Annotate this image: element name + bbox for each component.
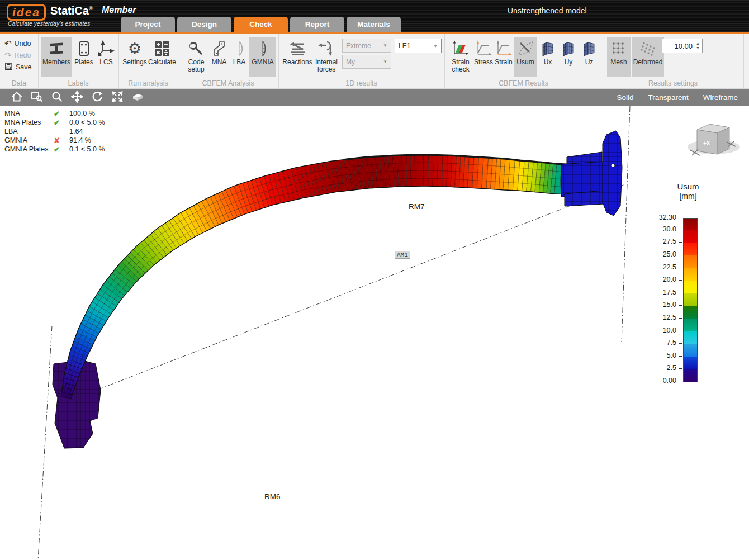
summary-value: 0.1 < 5.0 % bbox=[69, 145, 105, 153]
ibeam-icon bbox=[48, 39, 65, 59]
plates-button[interactable]: Plates bbox=[73, 37, 95, 77]
legend-tick-mark bbox=[679, 242, 682, 243]
lcs-button[interactable]: LCS bbox=[96, 37, 116, 77]
deformed-scale-input[interactable] bbox=[662, 41, 694, 51]
ribbon-group-cbfem-results: Strain check Stress Strain Usum Ux Uy Uz… bbox=[444, 34, 603, 88]
redo-button[interactable]: ↷Redo bbox=[4, 49, 32, 61]
zoom-fit-button[interactable] bbox=[107, 89, 127, 106]
gmnia-button[interactable]: GMNIA bbox=[249, 37, 276, 77]
strain-button[interactable]: Strain bbox=[494, 37, 514, 77]
member-label-rm7: RM7 bbox=[409, 202, 425, 211]
members-button[interactable]: Members bbox=[41, 37, 72, 77]
legend-tick-label: 32.30 bbox=[643, 213, 676, 221]
orientation-cube[interactable]: +X bbox=[688, 124, 740, 155]
wrench-icon bbox=[188, 39, 204, 59]
strain-check-button[interactable]: Strain check bbox=[449, 37, 472, 77]
mna-button[interactable]: MNA bbox=[209, 37, 229, 77]
stress-button[interactable]: Stress bbox=[473, 37, 494, 77]
stress-icon bbox=[475, 39, 492, 59]
deformed-scale-stepper[interactable]: ▲▼ bbox=[662, 39, 703, 53]
legend-tick-label: 0.00 bbox=[643, 377, 676, 385]
zoom-button[interactable] bbox=[47, 89, 67, 106]
uz-button[interactable]: Uz bbox=[579, 37, 599, 77]
view-mode-wireframe[interactable]: Wireframe bbox=[703, 93, 738, 102]
tab-check[interactable]: Check bbox=[234, 17, 288, 32]
analysis-summary: MNA✔100.0 %MNA Plates✔0.0 < 5.0 %LBA1.64… bbox=[4, 109, 105, 154]
lba-icon bbox=[232, 39, 246, 59]
summary-row: GMNIA Plates✔0.1 < 5.0 % bbox=[4, 145, 105, 154]
3d-viewport[interactable]: +X MNA✔100.0 %MNA Plates✔0.0 < 5.0 %LBA1… bbox=[0, 106, 749, 560]
legend-tick-mark bbox=[679, 356, 682, 357]
tagline: Calculate yesterday's estimates bbox=[8, 20, 90, 27]
legend-band bbox=[684, 369, 697, 382]
pan-button[interactable] bbox=[67, 89, 87, 106]
summary-row: MNA✔100.0 % bbox=[4, 109, 105, 118]
settings-button[interactable]: ⚙ Settings bbox=[122, 37, 148, 77]
mesh-button[interactable]: Mesh bbox=[607, 37, 631, 77]
axes-icon bbox=[98, 39, 115, 59]
spin-up-icon[interactable]: ▲ bbox=[696, 41, 700, 46]
ribbon-group-cbfem-analysis: Code setup MNA LBA GMNIA CBFEM Analysis bbox=[178, 34, 279, 88]
mesh-block-icon bbox=[561, 39, 576, 59]
summary-value: 100.0 % bbox=[69, 110, 105, 117]
lba-button[interactable]: LBA bbox=[229, 37, 249, 77]
legend-band bbox=[684, 255, 697, 268]
idea-logo: idea bbox=[7, 4, 46, 21]
legend-tick-mark bbox=[679, 293, 682, 293]
uy-button[interactable]: Uy bbox=[558, 37, 579, 77]
undo-button[interactable]: ↶Undo bbox=[4, 37, 32, 49]
summary-name: LBA bbox=[4, 127, 54, 135]
summary-name: MNA bbox=[4, 110, 54, 117]
legend-tick-label: 17.5 bbox=[643, 288, 676, 296]
calculate-button[interactable]: Calculate bbox=[148, 37, 177, 77]
rotate-button[interactable] bbox=[87, 89, 107, 106]
code-setup-button[interactable]: Code setup bbox=[183, 37, 209, 77]
deformed-button[interactable]: Deformed bbox=[632, 37, 664, 77]
tab-bar: ProjectDesignCheckReportMaterials bbox=[121, 17, 401, 32]
legend-tick-label: 20.0 bbox=[643, 276, 676, 283]
tab-report[interactable]: Report bbox=[290, 17, 344, 32]
save-button[interactable]: Save bbox=[4, 61, 32, 73]
legend-unit: [mm] bbox=[669, 192, 708, 201]
check-icon: ✔ bbox=[54, 145, 69, 154]
legend-band bbox=[684, 357, 697, 369]
summary-name: GMNIA bbox=[4, 136, 54, 144]
clipping-box-button[interactable] bbox=[127, 89, 148, 106]
legend-band bbox=[684, 281, 697, 293]
extreme-dropdown[interactable]: Extreme▼ bbox=[342, 39, 391, 53]
deformed-grid-icon bbox=[639, 39, 657, 59]
support-icon bbox=[288, 39, 307, 59]
component-dropdown[interactable]: My▼ bbox=[342, 55, 391, 69]
legend-band bbox=[684, 230, 697, 243]
legend-tick-label: 12.5 bbox=[643, 314, 676, 321]
load-case-dropdown[interactable]: LE1▼ bbox=[395, 39, 442, 53]
redo-icon: ↷ bbox=[4, 50, 12, 60]
home-view-button[interactable] bbox=[7, 89, 27, 106]
usum-button[interactable]: Usum bbox=[514, 37, 537, 77]
summary-value: 1.64 bbox=[69, 127, 105, 135]
legend-tick-mark bbox=[679, 268, 682, 268]
color-scale-bar bbox=[683, 218, 698, 382]
tab-design[interactable]: Design bbox=[177, 17, 231, 32]
tab-materials[interactable]: Materials bbox=[347, 17, 401, 32]
internal-forces-button[interactable]: Internal forces bbox=[312, 37, 341, 77]
box-icon bbox=[131, 91, 144, 105]
reactions-button[interactable]: Reactions bbox=[283, 37, 312, 77]
mesh-block-icon bbox=[581, 39, 597, 59]
fem-model-canvas[interactable]: +X bbox=[0, 106, 749, 560]
legend-tick-mark bbox=[679, 343, 682, 344]
spin-down-icon[interactable]: ▼ bbox=[696, 46, 700, 50]
zoom-window-icon bbox=[30, 91, 44, 105]
view-mode-solid[interactable]: Solid bbox=[617, 93, 633, 102]
legend-tick-mark bbox=[679, 318, 682, 319]
tab-project[interactable]: Project bbox=[121, 17, 175, 32]
deflection-arrow-icon bbox=[516, 39, 534, 59]
gear-icon: ⚙ bbox=[128, 39, 141, 59]
ribbon-group-labels: Members Plates LCS Labels bbox=[38, 34, 119, 88]
zoom-window-button[interactable] bbox=[27, 89, 47, 106]
mesh-grid-icon bbox=[610, 39, 627, 59]
view-mode-transparent[interactable]: Transparent bbox=[648, 93, 688, 102]
ux-button[interactable]: Ux bbox=[538, 37, 558, 77]
save-icon bbox=[4, 62, 13, 72]
strain-icon bbox=[495, 39, 512, 59]
